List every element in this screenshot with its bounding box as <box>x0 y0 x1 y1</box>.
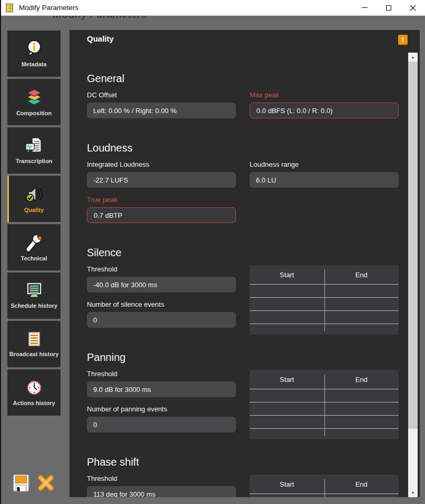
panning-threshold-field[interactable]: 9.0 dB for 3000 ms <box>87 381 236 397</box>
layers-icon <box>24 87 45 108</box>
cancel-icon <box>36 473 55 493</box>
column-header-start: Start <box>250 376 324 384</box>
dialog-actions <box>12 473 55 493</box>
section-heading-general: General <box>87 73 399 85</box>
maximize-button[interactable] <box>377 0 401 15</box>
section-heading-silence: Silence <box>87 247 399 259</box>
true-peak-field[interactable]: 0.7 dBTP <box>87 207 236 223</box>
clock-history-icon <box>24 378 45 398</box>
info-bubble-icon <box>24 39 45 59</box>
max-peak-label: Max peak <box>250 91 399 99</box>
document-icon <box>5 3 15 13</box>
sidebar-item-label: Technical <box>19 255 49 263</box>
sidebar-item-label: Metadata <box>20 61 48 68</box>
max-peak-field[interactable]: 0.0 dBFS (L: 0.0 / R: 0.0) <box>250 103 399 118</box>
integrated-loudness-field[interactable]: -22.7 LUFS <box>87 172 236 188</box>
modify-parameters-window: Modify Parameters Modify Parameters Meta… <box>0 0 425 504</box>
sidebar-item-broadcast-history[interactable]: Broadcast history <box>7 321 61 367</box>
table-row <box>250 324 399 335</box>
table-row <box>250 297 399 310</box>
column-header-end: End <box>324 376 399 384</box>
table-row <box>250 428 399 439</box>
close-button[interactable] <box>401 0 425 15</box>
sidebar-item-metadata[interactable]: Metadata <box>7 31 61 77</box>
table-row <box>250 402 399 415</box>
table-row <box>250 415 399 428</box>
sidebar-item-label: Schedule history <box>9 303 59 310</box>
scroll-up-button[interactable]: ▲ <box>408 53 418 62</box>
table-row <box>250 284 399 297</box>
phase-threshold-label: Threshold <box>87 475 236 482</box>
warning-icon: ! <box>398 35 408 45</box>
minimize-icon <box>362 7 368 8</box>
dc-offset-label: DC Offset <box>87 91 236 99</box>
column-header-end: End <box>324 480 399 488</box>
sidebar-item-label: Broadcast history <box>8 351 61 358</box>
table-row <box>250 389 399 402</box>
panning-events-field[interactable]: 0 <box>87 417 236 432</box>
integrated-loudness-label: Integrated Loudness <box>87 160 236 168</box>
sidebar-item-label: Composition <box>15 110 53 117</box>
save-icon <box>12 473 31 493</box>
schedule-history-icon <box>24 281 45 300</box>
sidebar-item-actions-history[interactable]: Actions history <box>7 369 61 416</box>
column-header-start: Start <box>250 271 324 279</box>
dc-offset-field[interactable]: Left: 0.00 % / Right: 0.00 % <box>87 103 236 118</box>
sidebar-item-label: Transcription <box>14 158 54 165</box>
wrench-icon <box>24 232 45 253</box>
silence-threshold-label: Threshold <box>87 265 236 273</box>
panning-threshold-label: Threshold <box>87 370 236 378</box>
column-header-end: End <box>324 271 399 279</box>
true-peak-label: True peak <box>87 196 236 204</box>
quality-panel: Quality ! General DC Offset Left: 0.00 %… <box>70 30 420 497</box>
sidebar-item-technical[interactable]: Technical <box>7 224 61 270</box>
titlebar: Modify Parameters <box>1 0 425 16</box>
window-title: Modify Parameters <box>19 4 78 12</box>
maximize-icon <box>386 5 391 11</box>
section-heading-panning: Panning <box>87 351 399 364</box>
section-heading-loudness: Loudness <box>87 142 399 154</box>
sidebar: Metadata Composition Transcrip <box>7 31 61 416</box>
sidebar-item-schedule-history[interactable]: Schedule history <box>7 273 61 319</box>
speaker-check-icon <box>24 184 45 205</box>
vertical-scrollbar[interactable]: ▲ ▼ <box>408 53 418 497</box>
silence-threshold-field[interactable]: -40.0 dB for 3000 ms <box>87 277 236 293</box>
loudness-range-label: Loudness range <box>250 160 399 168</box>
section-heading-phase-shift: Phase shift <box>87 456 399 468</box>
table-row <box>250 310 399 324</box>
minimize-button[interactable] <box>352 0 377 15</box>
silence-events-field[interactable]: 0 <box>87 312 236 328</box>
close-icon <box>410 5 416 11</box>
panel-content: General DC Offset Left: 0.00 % / Right: … <box>87 54 399 497</box>
silence-events-label: Number of silence events <box>87 300 236 308</box>
phase-events-table: Start End <box>250 475 399 497</box>
sidebar-item-composition[interactable]: Composition <box>7 79 61 125</box>
cancel-button[interactable] <box>36 473 55 493</box>
panel-title: Quality <box>87 34 114 43</box>
loudness-range-field[interactable]: 6.0 LU <box>250 172 399 188</box>
silence-events-table: Start End <box>250 265 399 335</box>
transcription-icon <box>24 136 45 156</box>
panning-events-table: Start End <box>250 370 399 439</box>
scrollbar-thumb[interactable] <box>408 62 418 429</box>
sidebar-item-label: Quality <box>23 207 45 214</box>
column-header-start: Start <box>250 480 324 488</box>
sidebar-item-label: Actions history <box>11 400 56 407</box>
sidebar-item-transcription[interactable]: Transcription <box>7 127 61 174</box>
phase-threshold-field[interactable]: 113 deg for 3000 ms <box>87 486 236 497</box>
table-row <box>250 493 399 497</box>
save-button[interactable] <box>12 473 31 493</box>
sidebar-item-quality[interactable]: Quality <box>7 176 61 222</box>
broadcast-history-icon <box>24 330 45 349</box>
scroll-down-button[interactable]: ▼ <box>408 488 418 497</box>
panning-events-label: Number of panning events <box>87 405 236 413</box>
